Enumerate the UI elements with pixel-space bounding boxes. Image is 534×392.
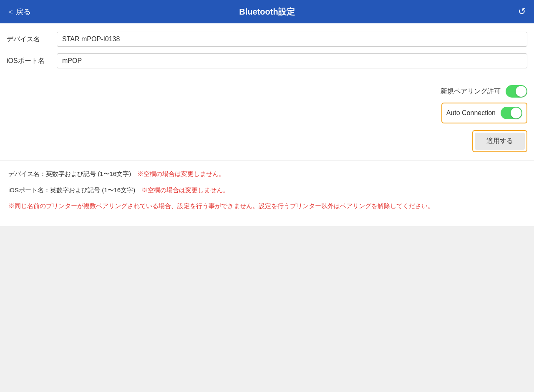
new-pairing-toggle[interactable] [506,85,527,98]
auto-connection-label: Auto Connection [446,109,496,117]
page-title: Bluetooth設定 [239,6,295,18]
info-area: デバイス名：英数字および記号 (1〜16文字) ※空欄の場合は変更しません。 i… [0,161,534,226]
back-label: 戻る [16,7,31,17]
device-name-input[interactable] [57,32,527,47]
auto-connection-toggle[interactable] [501,107,522,119]
info-line-2: iOSポート名：英数字および記号 (1〜16文字) ※空欄の場合は変更しません。 [8,186,526,195]
ios-port-row: iOSポート名 [7,53,527,68]
refresh-button[interactable]: ↺ [518,6,526,17]
refresh-icon: ↺ [518,6,526,17]
header: ＜ 戻る Bluetooth設定 ↺ [0,0,534,23]
apply-button-wrapper: 適用する [472,130,527,152]
info-line1-red: ※空欄の場合は変更しません。 [137,170,225,177]
device-name-row: デバイス名 [7,32,527,47]
main-content: デバイス名 iOSポート名 新規ペアリング許可 Auto Connection … [0,23,534,161]
info-line-3: ※同じ名前のプリンターが複数ペアリングされている場合、設定を行う事ができません。… [8,201,526,211]
auto-connection-wrapper: Auto Connection [441,103,527,123]
info-line1-prefix: デバイス名：英数字および記号 (1〜16文字) [8,170,137,177]
chevron-left-icon: ＜ [7,7,14,17]
back-button[interactable]: ＜ 戻る [7,7,31,17]
apply-button[interactable]: 適用する [475,133,525,150]
ios-port-label: iOSポート名 [7,57,57,65]
apply-area: 適用する [0,123,534,161]
info-line2-prefix: iOSポート名：英数字および記号 (1〜16文字) [8,186,141,193]
device-name-label: デバイス名 [7,35,57,44]
info-line2-red: ※空欄の場合は変更しません。 [141,186,229,193]
new-pairing-row: 新規ペアリング許可 [441,85,527,98]
ios-port-input[interactable] [57,53,527,68]
info-line-1: デバイス名：英数字および記号 (1〜16文字) ※空欄の場合は変更しません。 [8,169,526,179]
form-area: デバイス名 iOSポート名 [0,23,534,82]
new-pairing-label: 新規ペアリング許可 [441,87,501,96]
toggle-area: 新規ペアリング許可 Auto Connection [0,85,534,123]
